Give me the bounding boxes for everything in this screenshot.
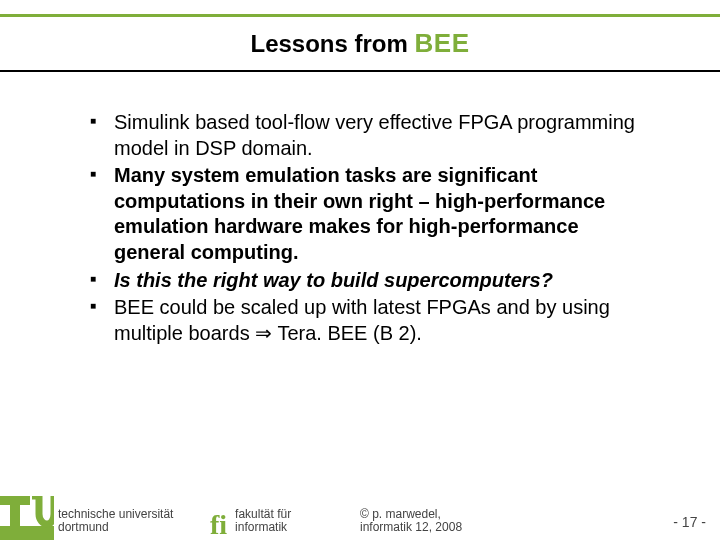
faculty-block: fi fakultät für informatik — [210, 508, 291, 534]
uni-line2: dortmund — [58, 521, 173, 534]
bullet-list: Simulink based tool-flow very effective … — [90, 110, 650, 346]
bullet-text: Many system emulation tasks are signific… — [114, 164, 605, 263]
title-underline — [0, 70, 720, 72]
bullet-text: BEE could be scaled up with latest FPGAs… — [114, 296, 610, 344]
bullet-item: Many system emulation tasks are signific… — [90, 163, 650, 265]
fak-line1: fakultät für — [235, 508, 291, 521]
faculty-name: fakultät für informatik — [235, 508, 291, 534]
svg-rect-2 — [0, 496, 30, 505]
bullet-item: Is this the right way to build supercomp… — [90, 268, 650, 294]
body: Simulink based tool-flow very effective … — [90, 110, 650, 348]
bullet-item: Simulink based tool-flow very effective … — [90, 110, 650, 161]
top-rule — [0, 14, 720, 17]
copyright: © p. marwedel, informatik 12, 2008 — [360, 508, 462, 534]
page-number: - 17 - — [673, 514, 706, 530]
copy-line2: informatik 12, 2008 — [360, 521, 462, 534]
bullet-item: BEE could be scaled up with latest FPGAs… — [90, 295, 650, 346]
copy-line1: © p. marwedel, — [360, 508, 462, 521]
bullet-text: Simulink based tool-flow very effective … — [114, 111, 635, 159]
fak-line2: informatik — [235, 521, 291, 534]
footer: technische universität dortmund fi fakul… — [0, 492, 720, 540]
uni-line1: technische universität — [58, 508, 173, 521]
fi-logo: fi — [210, 514, 227, 536]
bullet-text: Is this the right way to build supercomp… — [114, 269, 553, 291]
title-prefix: Lessons from — [250, 30, 414, 57]
university-name: technische universität dortmund — [58, 508, 173, 534]
slide-title: Lessons from BEE — [0, 28, 720, 59]
svg-rect-0 — [0, 526, 54, 540]
slide: Lessons from BEE Simulink based tool-flo… — [0, 0, 720, 540]
tu-logo — [0, 496, 54, 540]
title-accent: BEE — [415, 28, 470, 58]
